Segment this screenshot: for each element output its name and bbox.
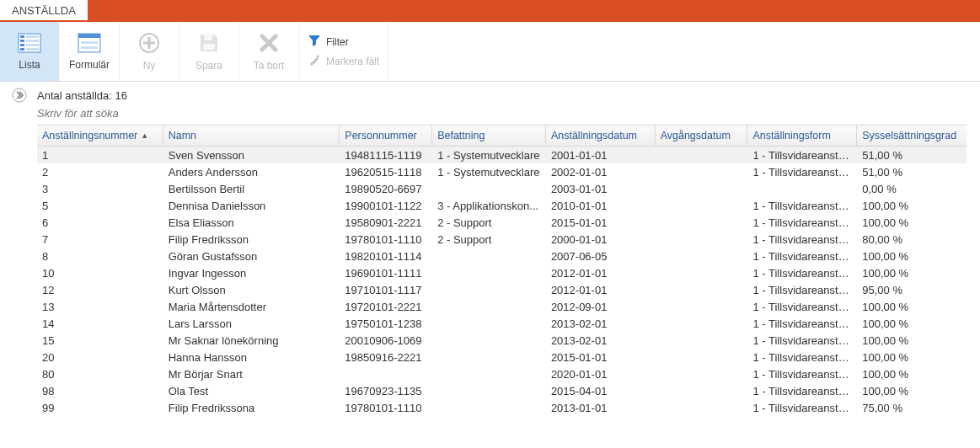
svg-point-18 <box>317 56 319 58</box>
svg-rect-11 <box>81 41 98 44</box>
cell-bef: 3 - Applikationskon... <box>432 200 546 212</box>
table-row[interactable]: 1Sven Svensson19481115-11191 - Systemutv… <box>37 147 967 163</box>
cell-ad: 2001-01-01 <box>546 149 656 162</box>
table-row[interactable]: 80Mr Börjar Snart2020-01-011 - Tillsvida… <box>37 365 967 382</box>
sort-asc-icon: ▲ <box>141 131 148 140</box>
cell-ad: 2012-01-01 <box>546 267 656 280</box>
formular-button[interactable]: Formulär <box>60 22 120 81</box>
table-row[interactable]: 6Elsa Eliasson19580901-22212 - Support20… <box>37 214 967 231</box>
table-row[interactable]: 7Filip Fredriksson19780101-11102 - Suppo… <box>37 231 967 248</box>
cell-nr: 15 <box>37 334 163 347</box>
table-row[interactable]: 13Maria Mårtensdotter19720101-22212012-0… <box>37 298 967 315</box>
table-row[interactable]: 99Filip Fredrikssona19780101-11102013-01… <box>37 399 967 416</box>
cell-pn: 19580901-2221 <box>340 216 432 229</box>
table-row[interactable]: 20Hanna Hansson19850916-22212015-01-011 … <box>37 349 967 365</box>
cell-pn: 19850916-2221 <box>340 351 432 364</box>
cell-bef: 2 - Support <box>432 233 546 246</box>
cell-af: 1 - Tillsvidareanstäl... <box>747 385 857 397</box>
cell-sg: 100,00 % <box>857 267 967 280</box>
cell-af: 1 - Tillsvidareanstäl... <box>747 402 857 414</box>
cell-af: 1 - Tillsvidareanstäl... <box>747 334 857 347</box>
svg-rect-12 <box>81 46 98 49</box>
cell-namn: Bertilsson Bertil <box>163 183 340 195</box>
cell-sg: 100,00 % <box>857 351 967 364</box>
col-avgangsdatum[interactable]: Avgångsdatum <box>656 125 748 146</box>
funnel-icon <box>308 34 321 50</box>
cell-af: 1 - Tillsvidareanstäl... <box>747 149 857 162</box>
cell-pn: 19690101-1111 <box>340 267 432 280</box>
col-label: Anställningsnummer <box>42 130 137 141</box>
cell-pn: 19820101-1114 <box>340 250 432 263</box>
cell-pn: 19750101-1238 <box>340 317 432 330</box>
cell-nr: 5 <box>37 200 163 212</box>
spara-button: Spara <box>179 22 239 81</box>
cell-ad: 2015-04-01 <box>546 385 656 397</box>
cell-af: 1 - Tillsvidareanstäl... <box>747 166 857 179</box>
col-befattning[interactable]: Befattning <box>432 125 546 146</box>
cell-namn: Filip Fredrikssona <box>163 402 340 414</box>
cell-af: 1 - Tillsvidareanstäl... <box>747 351 857 364</box>
cell-ad: 2002-01-01 <box>546 166 656 179</box>
wand-icon <box>308 53 321 69</box>
cell-pn: 19710101-1117 <box>340 284 432 296</box>
cell-nr: 98 <box>37 385 163 397</box>
svg-rect-7 <box>20 48 24 51</box>
cell-sg: 95,00 % <box>857 284 967 296</box>
cell-nr: 10 <box>37 267 163 280</box>
cell-af: 1 - Tillsvidareanstäl... <box>747 200 857 212</box>
tab-anstallda[interactable]: ANSTÄLLDA <box>0 0 88 20</box>
search-input[interactable] <box>37 105 374 121</box>
cell-pn: 19890520-6697 <box>340 183 432 195</box>
table-row[interactable]: 98Ola Test19670923-11352015-04-011 - Til… <box>37 382 967 399</box>
cell-af: 1 - Tillsvidareanstäl... <box>747 216 857 229</box>
cell-sg: 51,00 % <box>857 166 967 179</box>
table-row[interactable]: 15Mr Saknar lönekörning20010906-10692013… <box>37 332 967 349</box>
table-row[interactable]: 3Bertilsson Bertil19890520-66972003-01-0… <box>37 180 967 197</box>
lista-button[interactable]: Lista <box>0 22 60 81</box>
cell-nr: 3 <box>37 183 163 195</box>
table-row[interactable]: 12Kurt Olsson19710101-11172012-01-011 - … <box>37 281 967 298</box>
cell-sg: 80,00 % <box>857 233 967 246</box>
col-namn[interactable]: Namn <box>163 125 340 146</box>
lista-label: Lista <box>19 59 40 71</box>
svg-rect-8 <box>26 48 39 51</box>
cell-ad: 2013-01-01 <box>546 402 656 414</box>
cell-nr: 8 <box>37 250 163 263</box>
cell-nr: 1 <box>37 149 163 162</box>
cell-af: 1 - Tillsvidareanstäl... <box>747 250 857 263</box>
col-sysselsattningsgrad[interactable]: Sysselsättningsgrad <box>857 125 967 146</box>
cell-nr: 13 <box>37 301 163 313</box>
col-anstallningsform[interactable]: Anställningsform <box>747 125 857 146</box>
cell-nr: 20 <box>37 351 163 364</box>
filter-button[interactable]: Filter <box>308 34 379 50</box>
app-tab-bar: ANSTÄLLDA <box>0 0 980 22</box>
markera-label: Markera fält <box>326 56 379 67</box>
table-row[interactable]: 2Anders Andersson19620515-11181 - System… <box>37 163 967 180</box>
list-icon <box>18 33 41 56</box>
tabort-button: Ta bort <box>239 22 299 81</box>
svg-rect-6 <box>26 44 39 46</box>
cell-ad: 2007-06-05 <box>546 250 656 263</box>
table-row[interactable]: 8Göran Gustafsson19820101-11142007-06-05… <box>37 248 967 264</box>
ny-button: Ny <box>120 22 179 81</box>
svg-rect-15 <box>143 41 155 44</box>
cell-af: 1 - Tillsvidareanstäl... <box>747 301 857 313</box>
table-body: 1Sven Svensson19481115-11191 - Systemutv… <box>37 147 967 416</box>
save-icon <box>198 32 220 56</box>
cell-namn: Mr Börjar Snart <box>163 368 340 381</box>
cell-namn: Sven Svensson <box>163 149 340 162</box>
cell-namn: Lars Larsson <box>163 317 340 330</box>
filter-label: Filter <box>326 36 349 48</box>
plus-circle-icon <box>138 32 160 56</box>
cell-ad: 2015-01-01 <box>546 216 656 229</box>
col-anstallningsdatum[interactable]: Anställningsdatum <box>546 125 656 146</box>
cell-ad: 2003-01-01 <box>546 183 656 195</box>
cell-pn: 19670923-1135 <box>340 385 432 397</box>
col-anstallningsnummer[interactable]: Anställningsnummer ▲ <box>37 125 163 146</box>
table-row[interactable]: 5Dennisa Danielsson19900101-11223 - Appl… <box>37 197 967 214</box>
col-personnummer[interactable]: Personnummer <box>340 125 432 146</box>
cell-sg: 100,00 % <box>857 250 967 263</box>
table-row[interactable]: 10Ingvar Ingesson19690101-11112012-01-01… <box>37 264 967 281</box>
cell-ad: 2000-01-01 <box>546 233 656 246</box>
table-row[interactable]: 14Lars Larsson19750101-12382013-02-011 -… <box>37 315 967 332</box>
